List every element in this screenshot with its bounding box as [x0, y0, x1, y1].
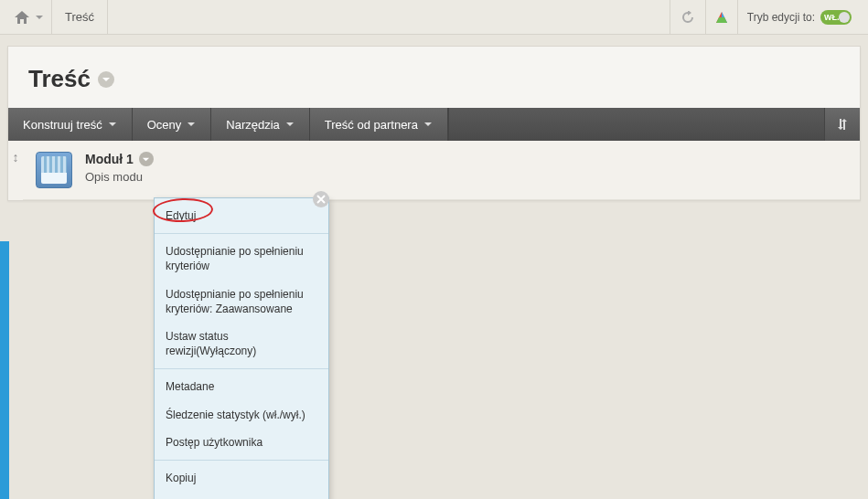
menu-item-user-progress[interactable]: Postęp użytkownika: [155, 429, 328, 456]
edit-mode-toggle-group: Tryb edycji to: WŁ.: [737, 0, 861, 34]
menu-item-move[interactable]: Przenieś: [155, 492, 328, 499]
menu-item-copy[interactable]: Kopiuj: [155, 464, 328, 492]
module-description: Opis modu: [85, 170, 847, 184]
module-area: ↕ Moduł 1 Opis modu: [8, 141, 860, 200]
close-icon[interactable]: [313, 191, 329, 207]
nav-item-grades[interactable]: Oceny: [133, 108, 212, 141]
theme-button[interactable]: [705, 0, 737, 34]
nav-label: Konstruuj treść: [23, 118, 102, 132]
menu-item-review-status[interactable]: Ustaw status rewizji(Wyłączony): [155, 323, 328, 365]
chevron-down-icon: [285, 118, 295, 132]
home-chevron-icon[interactable]: [35, 13, 44, 22]
menu-item-adaptive-release-advanced[interactable]: Udostępnianie po spełnieniu kryteriów: Z…: [155, 281, 328, 323]
page-title: Treść: [28, 65, 91, 93]
chevron-down-icon: [423, 118, 433, 132]
nav-sort-button[interactable]: [824, 108, 860, 141]
top-bar: Treść Tryb edycji to: WŁ.: [0, 0, 868, 35]
edit-mode-toggle[interactable]: WŁ.: [820, 10, 852, 25]
menu-item-metadata[interactable]: Metadane: [155, 373, 328, 400]
nav-spacer: [448, 108, 824, 141]
breadcrumb[interactable]: Treść: [52, 0, 108, 34]
drag-handle[interactable]: ↕: [8, 141, 23, 200]
module-title[interactable]: Moduł 1: [85, 152, 134, 166]
module-title-row: Moduł 1: [85, 152, 847, 166]
nav-label: Oceny: [147, 118, 182, 132]
nav-item-construct[interactable]: Konstruuj treść: [8, 108, 133, 141]
nav-label: Treść od partnera: [325, 118, 418, 132]
left-accent-bar: [0, 241, 9, 499]
page-title-menu-button[interactable]: [98, 71, 114, 88]
menu-item-edit[interactable]: Edytuj: [155, 202, 328, 229]
module-icon: [36, 152, 72, 188]
home-group: [7, 0, 52, 34]
page-header: Treść: [8, 47, 860, 108]
refresh-button[interactable]: [670, 0, 705, 34]
home-icon[interactable]: [15, 11, 29, 24]
nav-item-tools[interactable]: Narzędzia: [211, 108, 310, 141]
nav-item-partner-content[interactable]: Treść od partnera: [310, 108, 448, 141]
context-menu: Edytuj Udostępnianie po spełnieniu kryte…: [154, 197, 329, 499]
toggle-text: WŁ.: [824, 13, 840, 22]
nav-bar: Konstruuj treść Oceny Narzędzia Treść od…: [8, 108, 860, 141]
page-card: Treść Konstruuj treść Oceny Narzędzia Tr…: [7, 46, 861, 201]
module-menu-button[interactable]: [139, 152, 154, 166]
edit-mode-label: Tryb edycji to:: [747, 11, 815, 24]
module-text: Moduł 1 Opis modu: [85, 152, 847, 184]
nav-label: Narzędzia: [226, 118, 280, 132]
chevron-down-icon: [187, 118, 196, 132]
menu-item-adaptive-release[interactable]: Udostępnianie po spełnieniu kryteriów: [155, 238, 328, 280]
module-row: Moduł 1 Opis modu: [23, 141, 860, 200]
chevron-down-icon: [108, 118, 117, 132]
breadcrumb-label: Treść: [65, 10, 94, 24]
menu-item-statistics-tracking[interactable]: Śledzenie statystyk (wł./wył.): [155, 401, 328, 429]
